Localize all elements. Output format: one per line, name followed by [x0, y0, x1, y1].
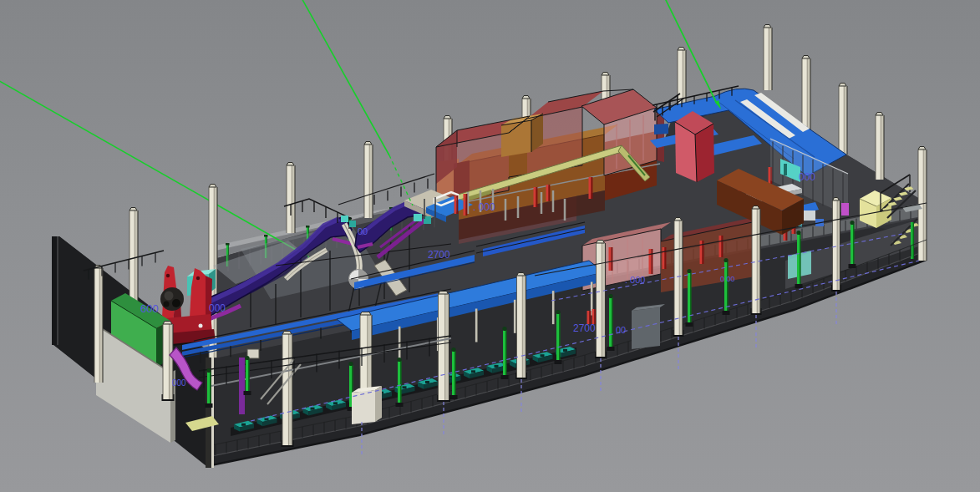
svg-text:. 000: . 000	[625, 275, 645, 285]
svg-text:2700: 2700	[428, 249, 450, 261]
svg-text:00: 00	[358, 226, 368, 236]
svg-text:000: 000	[799, 171, 815, 183]
svg-text:00: 00	[616, 325, 626, 335]
svg-text:. 000: . 000	[473, 201, 495, 213]
svg-text:2700: 2700	[573, 322, 596, 334]
svg-text:000: 000	[209, 302, 226, 314]
svg-text:0 00: 0 00	[720, 275, 735, 283]
svg-text:000: 000	[172, 378, 186, 388]
svg-text:600: 600	[140, 302, 159, 315]
